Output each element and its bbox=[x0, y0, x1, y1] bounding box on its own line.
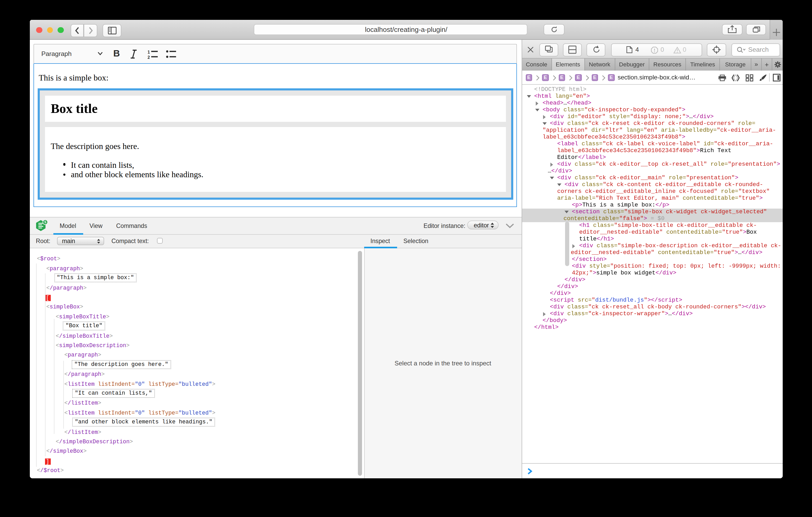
svg-text:5: 5 bbox=[44, 220, 46, 224]
svg-text:1: 1 bbox=[147, 50, 150, 54]
svg-text:2: 2 bbox=[147, 55, 150, 59]
